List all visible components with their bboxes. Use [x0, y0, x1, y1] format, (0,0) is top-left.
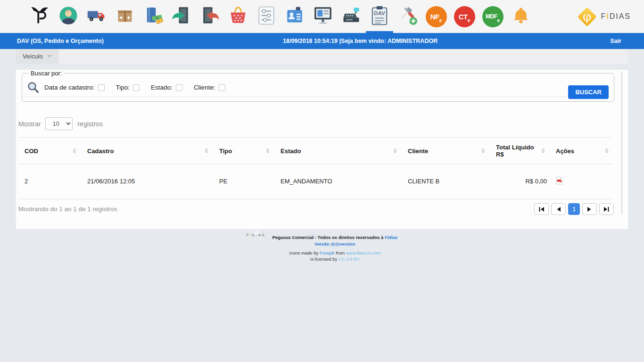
- basket-icon: [228, 6, 248, 27]
- results-table: COD Cadastro Tipo Estado Cliente Total L…: [18, 137, 613, 199]
- nfe-button[interactable]: NFe: [425, 0, 447, 33]
- resize-handle[interactable]: [621, 72, 622, 214]
- records-summary: Mostrando do 1 ao 1 de 1 registros: [18, 206, 117, 213]
- buscar-button[interactable]: BUSCAR: [568, 85, 609, 99]
- cell-tipo: PE: [213, 165, 274, 199]
- fidias-logo-icon: φ: [577, 7, 597, 26]
- page-footer: φ FIDIAS Pegasus Comercial - Todos os di…: [0, 232, 644, 263]
- sort-icon: [605, 148, 609, 153]
- table-header-row: COD Cadastro Tipo Estado Cliente Total L…: [18, 138, 613, 165]
- door-out-arrow-icon: [199, 5, 220, 28]
- settings-list-button[interactable]: [256, 0, 277, 33]
- filter-tipo-checkbox[interactable]: [133, 84, 140, 91]
- cell-cadastro: 21/06/2016 12:05: [81, 165, 213, 199]
- mdfe-button[interactable]: MDFe: [482, 0, 504, 33]
- pagination-next-button[interactable]: [582, 203, 597, 215]
- box-icon: [115, 6, 135, 27]
- mdfe-icon: MDFe: [482, 6, 504, 27]
- pdv-register-button[interactable]: [340, 0, 362, 33]
- ledger-money-icon: [143, 6, 163, 27]
- door-in-arrow-icon: [171, 5, 192, 28]
- filter-data-cadastro-checkbox[interactable]: [98, 84, 105, 91]
- filter-cliente-checkbox[interactable]: [219, 84, 225, 91]
- clients-button[interactable]: [58, 0, 79, 33]
- search-legend: Buscar por:: [29, 70, 64, 77]
- pagination-page-1[interactable]: 1: [568, 203, 580, 215]
- chevron-down-icon: [47, 55, 52, 58]
- column-header-cod[interactable]: COD: [18, 138, 81, 165]
- rights-line: Pegasus Comercial - Todos os direitos re…: [272, 234, 397, 241]
- column-header-total-liquido[interactable]: Total Líquido R$: [490, 138, 550, 165]
- column-header-estado[interactable]: Estado: [274, 138, 402, 165]
- tab-bar: Veículo: [16, 49, 628, 64]
- filter-row: Data de cadastro: Tipo: Estado: Cliente:: [27, 81, 608, 94]
- content-panel: Buscar por: Data de cadastro: Tipo: Esta…: [16, 70, 628, 229]
- pagination-first-button[interactable]: [534, 203, 549, 215]
- page-length-control: Mostrar 10 registros: [18, 117, 614, 130]
- footer-text: Pegasus Comercial - Todos os direitos re…: [272, 232, 397, 263]
- column-header-acoes[interactable]: Ações: [550, 138, 613, 165]
- sort-icon: [73, 148, 76, 153]
- filter-estado-label: Estado:: [151, 84, 173, 91]
- records-label: registros: [77, 120, 103, 128]
- freepik-link[interactable]: Freepik: [320, 250, 335, 255]
- employee-card-button[interactable]: [284, 0, 305, 33]
- dav-module-button[interactable]: DAV: [369, 0, 390, 33]
- filter-cliente-label: Cliente:: [194, 84, 215, 91]
- cte-button[interactable]: CTe: [454, 0, 475, 33]
- sort-icon: [205, 148, 208, 153]
- fidias-link[interactable]: Fidias: [385, 235, 397, 240]
- table-row[interactable]: 2 21/06/2016 12:05 PE EM_ANDAMENTO CLIEN…: [18, 165, 613, 199]
- sliders-panel-icon: [256, 6, 276, 27]
- transport-button[interactable]: [86, 0, 107, 33]
- column-header-tipo[interactable]: Tipo: [213, 138, 274, 165]
- sort-icon: [541, 148, 545, 153]
- sort-icon: [481, 148, 485, 153]
- sales-basket-button[interactable]: [227, 0, 249, 33]
- column-header-cadastro[interactable]: Cadastro: [81, 138, 213, 165]
- search-fieldset: Buscar por: Data de cadastro: Tipo: Esta…: [22, 70, 614, 102]
- column-header-cliente[interactable]: Cliente: [402, 138, 490, 165]
- pdf-action-icon[interactable]: [556, 176, 563, 186]
- tab-veiculo-label: Veículo: [23, 53, 43, 60]
- version-line: Versão @@version: [272, 241, 397, 247]
- sort-icon: [393, 148, 397, 153]
- welcome-text: |Seja bem vindo: ADMINISTRADOR: [339, 38, 438, 44]
- pagination-last-button[interactable]: [599, 203, 614, 215]
- filter-tipo: Tipo:: [116, 84, 140, 91]
- tab-veiculo[interactable]: Veículo: [16, 49, 58, 64]
- flaticon-link[interactable]: www.flaticon.com: [346, 250, 380, 255]
- stock-out-button[interactable]: [199, 0, 221, 33]
- filter-data-cadastro: Data de cadastro:: [44, 84, 105, 91]
- footer-fidias-logo: φ FIDIAS: [247, 232, 266, 237]
- filter-estado: Estado:: [151, 84, 182, 91]
- filter-tipo-label: Tipo:: [116, 84, 130, 91]
- logout-link[interactable]: Sair: [610, 33, 621, 49]
- cell-total: R$ 0,00: [490, 165, 550, 199]
- title-bar: DAV (OS, Pedido e Orçamento) 18/09/2018 …: [0, 33, 644, 49]
- table-footer-row: Mostrando do 1 ao 1 de 1 registros 1: [18, 203, 614, 215]
- tools-add-icon: [397, 5, 418, 28]
- pegasus-logo-button[interactable]: [29, 0, 51, 33]
- tools-button[interactable]: [397, 0, 419, 33]
- bell-icon: [512, 7, 530, 26]
- pagination-prev-button[interactable]: [551, 203, 566, 215]
- cc-license-link[interactable]: CC 3.0 BY: [339, 256, 360, 262]
- icon-toolbar: DAV NFe CTe MDFe: [0, 0, 644, 33]
- financial-button[interactable]: [142, 0, 164, 33]
- datetime-text: 18/09/2018 10:54:19: [283, 38, 338, 44]
- stock-in-button[interactable]: [171, 0, 192, 33]
- cell-cod: 2: [18, 165, 81, 199]
- cell-acoes: [550, 165, 613, 199]
- page-size-select[interactable]: 10: [45, 117, 73, 130]
- app-window: DAV NFe CTe MDFe: [0, 0, 644, 362]
- pegasus-icon: [31, 6, 50, 27]
- icons-credit-line: Icons made by Freepik from www.flaticon.…: [272, 250, 397, 256]
- filter-estado-checkbox[interactable]: [176, 84, 182, 91]
- products-button[interactable]: [114, 0, 136, 33]
- terminal-button[interactable]: [312, 0, 334, 33]
- notifications-button[interactable]: [510, 0, 532, 33]
- search-icon: [27, 81, 40, 94]
- nfe-icon: NFe: [426, 6, 447, 27]
- show-label: Mostrar: [18, 120, 41, 128]
